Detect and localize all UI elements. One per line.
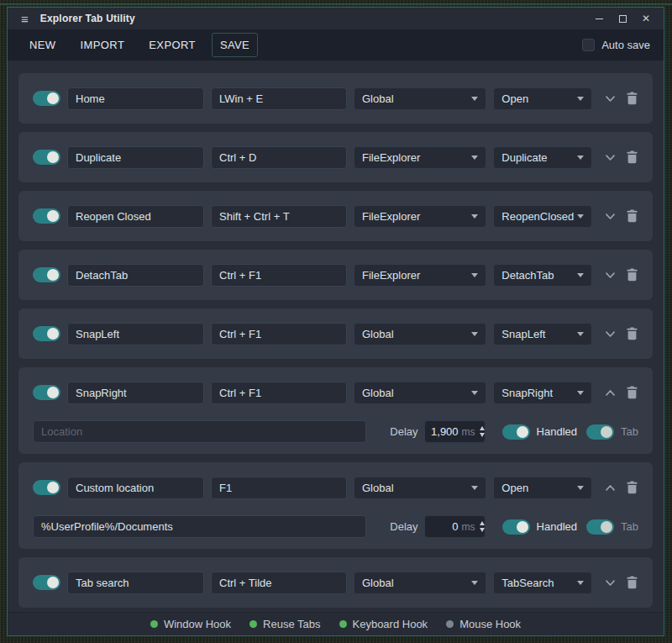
row-name-input[interactable] <box>67 146 204 169</box>
hotkey-row-main: Global TabSearch <box>18 557 653 608</box>
close-button[interactable]: ✕ <box>637 10 655 27</box>
expand-chevron-icon[interactable] <box>602 575 617 590</box>
row-enabled-toggle[interactable] <box>33 91 60 106</box>
row-scope-select[interactable]: Global <box>354 572 486 594</box>
toggle-knob <box>601 521 612 533</box>
trash-icon[interactable] <box>625 326 638 341</box>
chevron-down-icon <box>577 486 584 490</box>
row-location-input[interactable] <box>33 420 366 443</box>
trash-icon[interactable] <box>625 267 638 282</box>
trash-icon[interactable] <box>625 150 638 165</box>
row-name-input[interactable] <box>67 205 204 228</box>
row-hotkey-input[interactable] <box>211 205 347 228</box>
row-scope-select[interactable]: FileExplorer <box>354 146 486 169</box>
chevron-down-icon <box>577 273 584 277</box>
menu-item-export[interactable]: EXPORT <box>140 33 204 57</box>
hotkey-list: Global Open <box>8 61 664 612</box>
spinner-down-icon[interactable] <box>480 433 485 437</box>
chevron-down-icon <box>577 581 584 585</box>
row-enabled-toggle[interactable] <box>33 150 60 165</box>
row-name-input[interactable] <box>67 382 204 404</box>
row-scope-select[interactable]: Global <box>354 477 486 499</box>
row-action-value: Open <box>501 92 528 105</box>
menu-item-import[interactable]: IMPORT <box>72 33 134 57</box>
expand-chevron-icon[interactable] <box>602 150 617 165</box>
row-hotkey-input[interactable] <box>211 323 347 345</box>
row-enabled-toggle[interactable] <box>33 267 60 282</box>
expand-chevron-icon[interactable] <box>602 326 617 341</box>
expand-chevron-icon[interactable] <box>602 267 617 282</box>
row-delay-input[interactable] <box>428 425 459 438</box>
row-action-select[interactable]: SnapLeft <box>493 323 592 345</box>
expand-chevron-icon[interactable] <box>602 208 617 224</box>
expand-chevron-icon[interactable] <box>602 480 617 495</box>
row-action-select[interactable]: SnapRight <box>493 382 592 404</box>
chevron-down-icon <box>471 273 478 277</box>
delay-spinner[interactable] <box>480 521 485 532</box>
row-action-select[interactable]: Open <box>493 87 592 110</box>
hotkey-row-main: Global Open <box>18 73 653 124</box>
row-name-input[interactable] <box>67 264 204 287</box>
title-bar: ≡ Explorer Tab Utility ✕ <box>8 8 664 29</box>
status-bar: Window Hook Reuse Tabs Keyboard Hook Mou… <box>8 612 664 635</box>
row-handled-toggle[interactable] <box>502 519 530 535</box>
row-action-select[interactable]: Open <box>493 477 592 499</box>
row-location-input[interactable] <box>33 515 366 538</box>
trash-icon[interactable] <box>625 480 638 495</box>
spinner-down-icon[interactable] <box>480 528 485 532</box>
row-name-input[interactable] <box>67 477 204 499</box>
row-name-input[interactable] <box>67 323 204 345</box>
row-hotkey-input[interactable] <box>211 87 347 110</box>
row-action-select[interactable]: Duplicate <box>493 146 592 169</box>
row-delay-input[interactable] <box>428 520 459 533</box>
row-enabled-toggle[interactable] <box>33 208 60 224</box>
trash-icon[interactable] <box>625 385 638 400</box>
trash-icon[interactable] <box>625 575 638 590</box>
minimize-button[interactable] <box>590 10 608 27</box>
chevron-down-icon <box>577 155 584 160</box>
menu-bar: NEW IMPORT EXPORT SAVE Auto save <box>8 29 664 61</box>
chevron-down-icon <box>577 391 584 395</box>
spinner-up-icon[interactable] <box>480 426 485 430</box>
row-tab-toggle[interactable] <box>586 424 614 440</box>
row-hotkey-input[interactable] <box>211 264 347 287</box>
row-handled-toggle[interactable] <box>502 424 530 440</box>
row-enabled-toggle[interactable] <box>33 326 60 341</box>
row-name-input[interactable] <box>67 87 204 110</box>
row-scope-select[interactable]: FileExplorer <box>354 205 486 228</box>
row-hotkey-input[interactable] <box>211 146 347 169</box>
hamburger-menu-icon[interactable]: ≡ <box>16 13 34 25</box>
row-enabled-toggle[interactable] <box>33 575 60 590</box>
hotkey-row: Global Open Delay <box>18 462 653 549</box>
spinner-up-icon[interactable] <box>480 521 485 525</box>
row-action-select[interactable]: ReopenClosed <box>493 205 592 228</box>
row-hotkey-input[interactable] <box>211 572 347 594</box>
row-hotkey-input[interactable] <box>211 477 347 499</box>
app-window: ≡ Explorer Tab Utility ✕ NEW IMPORT EXPO… <box>7 7 664 636</box>
menu-item-save[interactable]: SAVE <box>212 33 258 57</box>
trash-icon[interactable] <box>625 91 638 106</box>
expand-chevron-icon[interactable] <box>602 91 617 106</box>
row-action-select[interactable]: DetachTab <box>493 264 592 287</box>
row-scope-select[interactable]: FileExplorer <box>354 264 486 287</box>
row-scope-select[interactable]: Global <box>354 382 486 404</box>
row-hotkey-input[interactable] <box>211 382 347 404</box>
row-action-select[interactable]: TabSearch <box>493 572 592 594</box>
row-scope-value: FileExplorer <box>362 151 420 164</box>
row-scope-value: Global <box>362 577 394 589</box>
row-name-input[interactable] <box>67 572 204 594</box>
menu-item-new[interactable]: NEW <box>21 33 65 57</box>
maximize-icon <box>619 15 627 23</box>
status-dot <box>249 620 257 628</box>
row-scope-select[interactable]: Global <box>354 323 486 345</box>
row-tab-toggle[interactable] <box>586 519 614 535</box>
auto-save-checkbox[interactable] <box>582 39 595 51</box>
delay-spinner[interactable] <box>480 426 485 437</box>
row-enabled-toggle[interactable] <box>33 480 60 495</box>
row-scope-select[interactable]: Global <box>354 87 486 110</box>
expand-chevron-icon[interactable] <box>602 385 617 400</box>
maximize-button[interactable] <box>613 10 632 27</box>
row-action-value: SnapRight <box>501 387 553 399</box>
row-enabled-toggle[interactable] <box>33 385 60 400</box>
trash-icon[interactable] <box>625 208 638 224</box>
